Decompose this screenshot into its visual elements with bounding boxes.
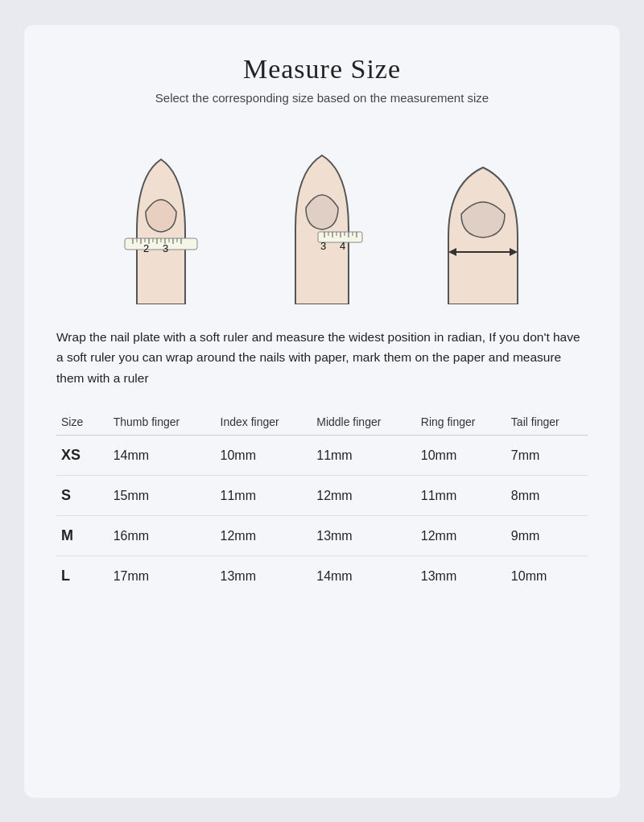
table-cell: 7mm [506,436,588,476]
table-cell: 13mm [312,516,416,556]
page-subtitle: Select the corresponding size based on t… [155,91,489,105]
col-header-tail: Tail finger [506,409,588,436]
svg-text:3: 3 [320,240,326,252]
col-header-size: Size [56,409,109,436]
description-text: Wrap the nail plate with a soft ruler an… [56,327,588,389]
main-card: Measure Size Select the corresponding si… [24,25,620,798]
size-table: Size Thumb finger Index finger Middle fi… [56,409,588,596]
table-row: S15mm11mm12mm11mm8mm [56,476,588,516]
table-cell: 11mm [216,476,312,516]
table-cell: S [56,476,109,516]
table-cell: L [56,556,109,597]
table-cell: 8mm [506,476,588,516]
table-cell: 11mm [416,476,506,516]
illustration-2: 3 4 [254,127,390,304]
table-cell: 14mm [109,436,216,476]
table-cell: 9mm [506,516,588,556]
table-cell: 13mm [416,556,506,597]
table-row: XS14mm10mm11mm10mm7mm [56,436,588,476]
table-cell: M [56,516,109,556]
svg-text:4: 4 [340,240,345,252]
illustration-3 [415,127,551,304]
illustration-1: 2 3 [93,127,229,304]
table-cell: 12mm [312,476,416,516]
table-cell: 14mm [312,556,416,597]
table-cell: 16mm [109,516,216,556]
table-cell: 13mm [216,556,312,597]
table-row: M16mm12mm13mm12mm9mm [56,516,588,556]
table-cell: 17mm [109,556,216,597]
table-cell: 15mm [109,476,216,516]
table-cell: XS [56,436,109,476]
col-header-index: Index finger [216,409,312,436]
table-cell: 10mm [416,436,506,476]
table-cell: 10mm [216,436,312,476]
table-header-row: Size Thumb finger Index finger Middle fi… [56,409,588,436]
col-header-middle: Middle finger [312,409,416,436]
illustrations-row: 2 3 3 [93,127,551,304]
table-cell: 12mm [216,516,312,556]
table-cell: 11mm [312,436,416,476]
page-title: Measure Size [243,54,401,85]
table-cell: 10mm [506,556,588,597]
table-row: L17mm13mm14mm13mm10mm [56,556,588,597]
table-cell: 12mm [416,516,506,556]
svg-text:2: 2 [143,242,149,254]
svg-text:3: 3 [163,242,168,254]
col-header-thumb: Thumb finger [109,409,216,436]
col-header-ring: Ring finger [416,409,506,436]
